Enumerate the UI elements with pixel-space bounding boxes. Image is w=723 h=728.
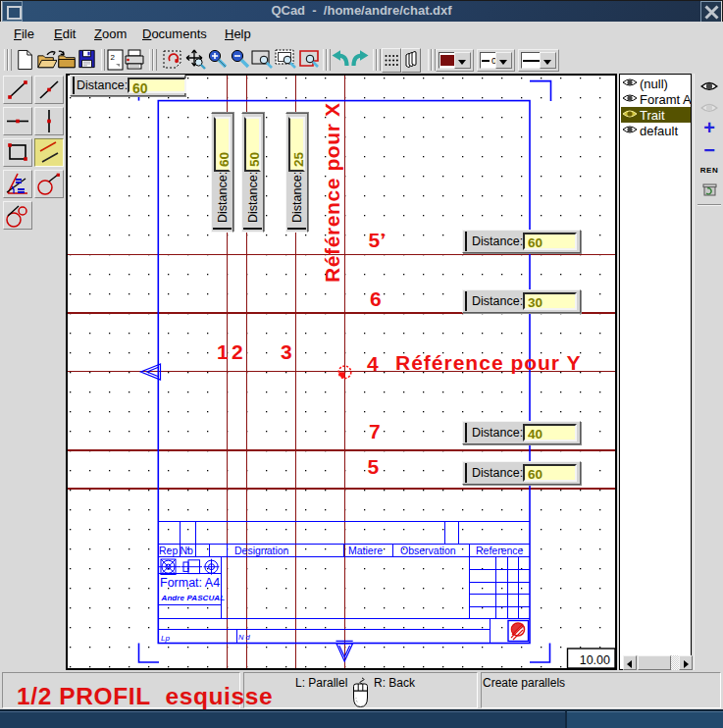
- svg-text:2: 2: [232, 340, 243, 363]
- svg-text:Designation: Designation: [234, 545, 289, 556]
- svg-text:Référence pour X: Référence pour X: [321, 103, 343, 284]
- svg-text:4: 4: [367, 352, 379, 375]
- svg-text:1: 1: [217, 340, 229, 363]
- svg-text:5: 5: [368, 455, 380, 478]
- svg-text:2: 2: [111, 53, 116, 62]
- svg-text:Format: A4: Format: A4: [160, 576, 220, 590]
- svg-text:Matiere: Matiere: [348, 545, 383, 556]
- svg-text:N d: N d: [238, 633, 251, 642]
- svg-text:6: 6: [370, 287, 382, 310]
- svg-text:10.00: 10.00: [580, 653, 610, 667]
- svg-text:7: 7: [369, 420, 381, 442]
- svg-text:Observation: Observation: [400, 545, 456, 556]
- svg-text:Rep: Rep: [159, 545, 178, 556]
- svg-text:3: 3: [281, 340, 292, 363]
- svg-text:Andre PASCUAL: Andre PASCUAL: [161, 594, 226, 602]
- svg-text:Référence pour Y: Référence pour Y: [395, 351, 582, 374]
- svg-text:5’: 5’: [369, 229, 387, 251]
- svg-text:Reference: Reference: [476, 545, 524, 556]
- svg-text:Lp: Lp: [161, 634, 170, 643]
- svg-text:Nb: Nb: [181, 545, 194, 556]
